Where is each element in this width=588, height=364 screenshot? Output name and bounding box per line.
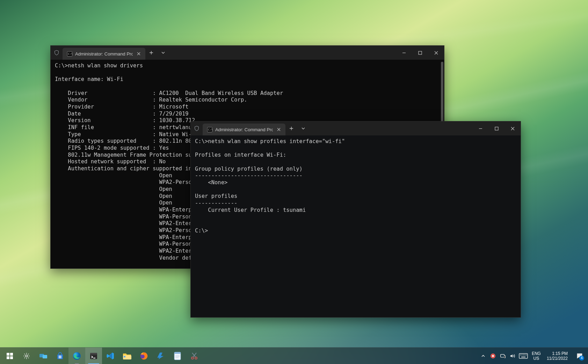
lang-secondary: US xyxy=(533,356,539,361)
maximize-button[interactable] xyxy=(412,46,428,60)
file-explorer-icon[interactable] xyxy=(119,348,136,364)
uac-shield-icon xyxy=(51,46,63,60)
svg-text:C:\: C:\ xyxy=(208,128,212,131)
svg-rect-30 xyxy=(519,354,528,358)
windows-terminal-icon[interactable] xyxy=(85,348,102,364)
tab-title: Administrator: Command Prom xyxy=(215,127,273,132)
tab-tools xyxy=(145,46,169,60)
window-controls xyxy=(472,121,521,135)
svg-rect-16 xyxy=(60,357,61,358)
svg-rect-2 xyxy=(419,51,422,54)
svg-rect-31 xyxy=(520,355,521,355)
language-indicator[interactable]: ENG US xyxy=(529,351,543,361)
minimize-button[interactable] xyxy=(472,121,488,135)
svg-rect-35 xyxy=(526,355,527,355)
svg-point-28 xyxy=(492,355,494,357)
close-button[interactable] xyxy=(428,46,444,60)
tray-security-icon[interactable] xyxy=(488,348,498,364)
svg-rect-9 xyxy=(10,356,13,359)
maximize-button[interactable] xyxy=(488,121,504,135)
terminal-output: C:\>netsh wlan show profiles interface="… xyxy=(195,138,518,234)
svg-rect-24 xyxy=(174,352,181,354)
taskbar-left xyxy=(0,348,203,364)
keyboard-icon[interactable] xyxy=(517,348,529,364)
svg-rect-19 xyxy=(90,353,97,355)
taskbar-spacer[interactable] xyxy=(203,348,478,364)
titlebar-drag-area[interactable] xyxy=(169,46,396,60)
tab-command-prompt[interactable]: C:\ Administrator: Command Prom xyxy=(63,48,145,60)
edge-icon[interactable] xyxy=(68,348,85,364)
terminal-body[interactable]: C:\>netsh wlan show profiles interface="… xyxy=(191,135,521,317)
taskbar-right: ENG US 1:15 PM 11/21/2022 4 xyxy=(478,348,588,364)
start-button[interactable] xyxy=(1,348,18,364)
svg-rect-7 xyxy=(10,353,13,356)
tab-dropdown-button[interactable] xyxy=(157,46,169,60)
svg-rect-21 xyxy=(124,356,125,357)
notification-icon: 4 xyxy=(576,352,583,360)
lang-primary: ENG xyxy=(532,351,541,356)
tab-close-button[interactable] xyxy=(276,126,282,133)
microsoft-store-icon[interactable] xyxy=(52,348,68,364)
svg-rect-29 xyxy=(501,354,504,357)
svg-rect-32 xyxy=(522,355,522,355)
snipping-tool-icon[interactable] xyxy=(186,348,203,364)
volume-icon[interactable] xyxy=(508,348,517,364)
clock-time: 1:15 PM xyxy=(552,351,568,356)
task-view-icon[interactable] xyxy=(35,348,52,364)
new-tab-button[interactable] xyxy=(285,121,297,135)
svg-point-10 xyxy=(26,355,28,357)
terminal-window-2[interactable]: C:\ Administrator: Command Prom xyxy=(190,121,521,318)
vscode-icon[interactable] xyxy=(102,348,119,364)
uac-shield-icon xyxy=(191,121,203,135)
clock-date: 11/21/2022 xyxy=(547,356,568,361)
notepad-icon[interactable] xyxy=(169,348,186,364)
new-tab-button[interactable] xyxy=(145,46,157,60)
svg-rect-12 xyxy=(43,355,47,358)
tab-dropdown-button[interactable] xyxy=(297,121,309,135)
svg-rect-36 xyxy=(521,357,525,357)
minimize-button[interactable] xyxy=(396,46,412,60)
azure-icon[interactable] xyxy=(152,348,169,364)
svg-rect-33 xyxy=(523,355,524,355)
svg-point-26 xyxy=(195,357,197,359)
svg-rect-15 xyxy=(59,357,60,358)
tray-chevron-icon[interactable] xyxy=(478,348,488,364)
svg-point-25 xyxy=(191,357,194,359)
cmd-icon: C:\ xyxy=(207,127,212,132)
clock[interactable]: 1:15 PM 11/21/2022 xyxy=(543,351,571,361)
action-center-button[interactable]: 4 xyxy=(571,352,588,360)
titlebar[interactable]: C:\ Administrator: Command Prom xyxy=(191,121,521,135)
cmd-icon: C:\ xyxy=(67,51,72,57)
tab-command-prompt[interactable]: C:\ Administrator: Command Prom xyxy=(203,124,285,135)
svg-rect-6 xyxy=(7,353,9,356)
tab-close-button[interactable] xyxy=(136,51,142,57)
notification-badge: 4 xyxy=(579,356,584,361)
titlebar-drag-area[interactable] xyxy=(309,121,472,135)
titlebar[interactable]: C:\ Administrator: Command Prom xyxy=(51,46,444,60)
tab-tools xyxy=(285,121,309,135)
firefox-icon[interactable] xyxy=(136,348,152,364)
svg-rect-5 xyxy=(495,127,498,130)
tab-title: Administrator: Command Prom xyxy=(75,51,133,57)
svg-rect-8 xyxy=(7,356,9,359)
svg-rect-13 xyxy=(59,356,60,357)
taskbar: ENG US 1:15 PM 11/21/2022 4 xyxy=(0,347,588,364)
close-button[interactable] xyxy=(504,121,521,135)
network-icon[interactable] xyxy=(498,348,508,364)
svg-rect-34 xyxy=(524,355,525,355)
svg-text:C:\: C:\ xyxy=(68,52,72,55)
window-controls xyxy=(396,46,444,60)
svg-rect-14 xyxy=(60,356,61,357)
settings-icon[interactable] xyxy=(18,348,35,364)
